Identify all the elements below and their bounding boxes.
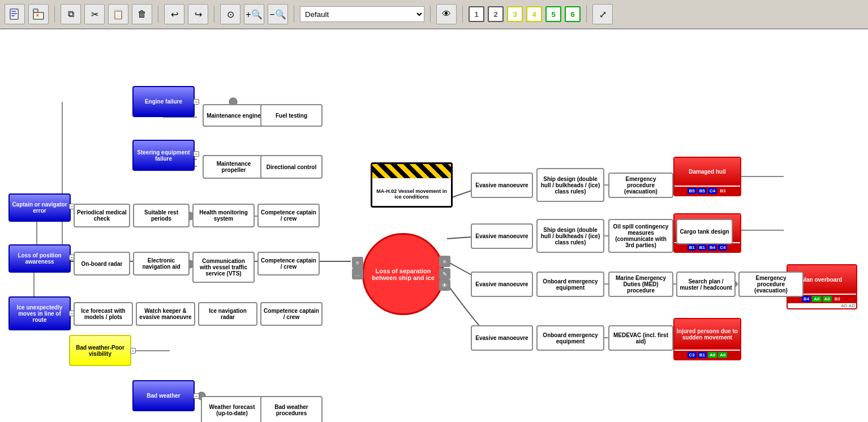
toolbar: ✕ ⧉ ✂ 📋 🗑 ↩ ↪ ⊙ +🔍 −🔍 Default 👁 1 2 3 4 … bbox=[0, 0, 868, 29]
sep3 bbox=[214, 6, 214, 23]
steering-failure-node[interactable]: Steering equipment failure bbox=[132, 140, 195, 171]
comm-vts-node[interactable]: Communication with vessel traffic servic… bbox=[192, 252, 255, 283]
fuel-testing-node[interactable]: Fuel testing bbox=[260, 104, 323, 127]
bad-weather-handle[interactable]: − bbox=[194, 393, 199, 399]
comp-captain2-node[interactable]: Competence captain / crew bbox=[257, 252, 320, 275]
evasive4-node[interactable]: Evasive manoeuvre bbox=[471, 325, 533, 351]
center-node[interactable]: Loss of separation between ship and ice bbox=[362, 233, 444, 315]
periodic-med-node[interactable]: Periodical medical check bbox=[74, 204, 130, 227]
evasive1-node[interactable]: Evasive manoeuvre bbox=[471, 173, 533, 198]
damaged-hull-node[interactable]: Damaged hull B5 B5 C4 B3 bbox=[673, 157, 741, 196]
search-plan-node[interactable]: Search plan / muster / headcount bbox=[676, 272, 736, 297]
onboard-radar-node[interactable]: On-board radar bbox=[74, 252, 130, 275]
sep6 bbox=[462, 6, 463, 23]
undo-button[interactable]: ↩ bbox=[164, 4, 184, 24]
steering-failure-handle[interactable]: − bbox=[194, 151, 199, 157]
svg-rect-4 bbox=[33, 9, 38, 12]
redo-button[interactable]: ↪ bbox=[188, 4, 208, 24]
emerg-proc2-node[interactable]: Emergency procedure (evacuation) bbox=[738, 272, 803, 297]
watch-keeper-node[interactable]: Watch keeper & evasive manoeuvre bbox=[136, 302, 195, 326]
bad-weather-poor-vis-node[interactable]: Bad weather-Poor visibility bbox=[69, 335, 131, 366]
expand-button[interactable]: ⤢ bbox=[592, 4, 613, 24]
delete-button[interactable]: 🗑 bbox=[132, 4, 152, 24]
maint-engine-node[interactable]: Maintenance engine bbox=[203, 104, 265, 127]
open-button[interactable]: ✕ bbox=[28, 4, 49, 24]
left-add-icon[interactable]: … bbox=[352, 268, 363, 279]
canvas: Loss of separation between ship and ice … bbox=[0, 29, 868, 422]
copy-button[interactable]: ⧉ bbox=[61, 4, 81, 24]
ice-moves-node[interactable]: Ice unexpectedly moves in line of route bbox=[8, 296, 71, 330]
sep4 bbox=[294, 6, 294, 23]
marine-emerg-node[interactable]: Marine Emergency Duties (MED) procedure bbox=[608, 272, 673, 297]
svg-rect-3 bbox=[11, 15, 15, 16]
ship-design2-node[interactable]: Ship design (double hull / bulkheads / (… bbox=[536, 219, 604, 253]
sep2 bbox=[158, 6, 158, 23]
sep7 bbox=[586, 6, 587, 23]
hazard-node[interactable]: MA-H.02 Vessel movement in ice condition… bbox=[371, 162, 453, 208]
emerg-proc1-node[interactable]: Emergency procedure (evacuation) bbox=[608, 173, 673, 198]
ice-forecast-node[interactable]: Ice forecast with models / plots bbox=[74, 302, 133, 326]
sep5 bbox=[430, 6, 431, 23]
zoom-fit-button[interactable]: ⊙ bbox=[220, 4, 240, 24]
position-loss-node[interactable]: Loss of position awareness bbox=[8, 244, 71, 273]
view-icon[interactable]: 👁 bbox=[439, 279, 450, 291]
level-4-button[interactable]: 4 bbox=[526, 6, 542, 22]
captain-error-node[interactable]: Captain or navigator error bbox=[8, 193, 71, 222]
comp-captain3-node[interactable]: Competence captain / crew bbox=[260, 302, 323, 326]
edit-icon[interactable]: ✎ bbox=[439, 268, 450, 279]
bad-weather-vis-handle[interactable]: − bbox=[130, 348, 136, 354]
svg-rect-1 bbox=[11, 11, 16, 12]
maint-prop-node[interactable]: Maintenance propeller bbox=[203, 155, 265, 179]
paste-button[interactable]: 📋 bbox=[108, 4, 128, 24]
ship-design1-node[interactable]: Ship design (double hull / bulkheads / (… bbox=[536, 168, 604, 202]
bad-weather-proc-node[interactable]: Bad weather procedures bbox=[260, 396, 323, 422]
engine-failure-handle[interactable]: − bbox=[194, 99, 199, 105]
weather-forecast-node[interactable]: Weather forecast (up-to-date) bbox=[201, 396, 263, 422]
injured-persons-node[interactable]: Injured persons due to sudden movement C… bbox=[673, 318, 741, 360]
sep1 bbox=[54, 6, 55, 23]
engine-failure-node[interactable]: Engine failure bbox=[132, 86, 195, 117]
health-mon-node[interactable]: Health monitoring system bbox=[192, 204, 255, 227]
svg-text:✕: ✕ bbox=[36, 13, 40, 18]
evasive2-node[interactable]: Evasive manoeuvre bbox=[471, 223, 533, 249]
zoom-in-button[interactable]: +🔍 bbox=[244, 4, 264, 24]
cargo-tank-node[interactable]: Cargo tank design bbox=[676, 219, 733, 244]
rest-periods-node[interactable]: Suitable rest periods bbox=[133, 204, 190, 227]
svg-rect-2 bbox=[11, 13, 17, 14]
ice-nav-radar-node[interactable]: Ice navigation radar bbox=[198, 302, 257, 326]
level-1-button[interactable]: 1 bbox=[469, 6, 484, 22]
onboard-emerg2-node[interactable]: Onboard emergency equipment bbox=[536, 325, 604, 351]
new-button[interactable] bbox=[5, 4, 25, 24]
medevac-node[interactable]: MEDEVAC (incl. first aid) bbox=[608, 325, 673, 351]
evasive3-node[interactable]: Evasive manoeuvre bbox=[471, 272, 533, 297]
level-5-button[interactable]: 5 bbox=[545, 6, 561, 22]
dir-control-node[interactable]: Directional control bbox=[260, 155, 323, 179]
bad-weather-node[interactable]: Bad weather bbox=[132, 380, 195, 411]
onboard-emerg1-node[interactable]: Onboard emergency equipment bbox=[536, 272, 604, 297]
right-collapse-icon[interactable]: ≡ bbox=[439, 256, 450, 267]
level-3-button[interactable]: 3 bbox=[507, 6, 523, 22]
zoom-out-button[interactable]: −🔍 bbox=[268, 4, 288, 24]
oil-spill-node[interactable]: Oil spill contingency measures (communic… bbox=[608, 219, 673, 253]
left-collapse-icon[interactable]: ≡ bbox=[352, 257, 363, 268]
eye-button[interactable]: 👁 bbox=[436, 4, 457, 24]
view-dropdown[interactable]: Default bbox=[300, 6, 424, 22]
cut-button[interactable]: ✂ bbox=[84, 4, 105, 24]
elec-nav-node[interactable]: Electronic navigation aid bbox=[133, 252, 190, 275]
level-2-button[interactable]: 2 bbox=[488, 6, 504, 22]
level-6-button[interactable]: 6 bbox=[565, 6, 581, 22]
comp-captain1-node[interactable]: Competence captain / crew bbox=[257, 204, 320, 227]
